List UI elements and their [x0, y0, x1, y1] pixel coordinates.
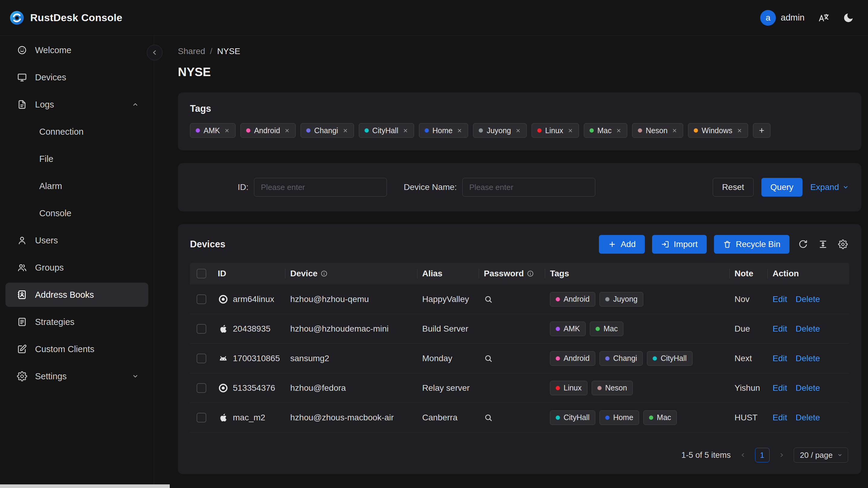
edit-link[interactable]: Edit: [773, 354, 787, 363]
query-button[interactable]: Query: [762, 178, 803, 196]
add-device-button[interactable]: Add: [599, 235, 645, 254]
delete-link[interactable]: Delete: [796, 383, 820, 393]
top-header: RustDesk Console a admin: [0, 0, 868, 36]
sidebar-item-label: Custom Clients: [35, 344, 95, 354]
devices-card: Devices Add Import: [178, 224, 861, 474]
device-row: 1700310865 sansumg2 Monday Android Chang…: [190, 344, 849, 373]
breadcrumb-shared[interactable]: Shared: [178, 47, 205, 56]
tag-chip-juyong: Juyong: [473, 123, 527, 138]
info-icon[interactable]: [320, 270, 328, 277]
sidebar-item-custom-clients[interactable]: Custom Clients: [5, 337, 148, 361]
row-checkbox[interactable]: [196, 354, 206, 363]
column-header-action: Action: [773, 269, 799, 278]
delete-link[interactable]: Delete: [796, 354, 820, 363]
tag-label: Android: [564, 295, 590, 304]
tag-color-dot: [556, 327, 560, 331]
view-password-icon[interactable]: [484, 295, 493, 304]
column-header-alias: Alias: [422, 269, 442, 278]
edit-link[interactable]: Edit: [773, 324, 787, 334]
sidebar-item-address-books[interactable]: Address Books: [5, 283, 148, 307]
remove-tag-icon[interactable]: [672, 128, 677, 133]
import-button[interactable]: Import: [652, 235, 707, 254]
sidebar-item-connection[interactable]: Connection: [5, 120, 148, 144]
row-checkbox[interactable]: [196, 295, 206, 304]
tag-label: CityHall: [660, 354, 686, 363]
remove-tag-icon[interactable]: [616, 128, 622, 133]
page-title: NYSE: [178, 65, 861, 80]
filter-actions: Reset Query Expand: [713, 178, 849, 196]
page-size-select[interactable]: 20 / page: [794, 448, 848, 463]
sidebar-item-devices[interactable]: Devices: [5, 65, 148, 89]
sidebar-item-logs[interactable]: Logs: [5, 92, 148, 117]
users-group-icon: [17, 263, 27, 273]
page-number-1[interactable]: 1: [755, 448, 770, 462]
prev-page-icon[interactable]: [737, 449, 749, 461]
tag-chip: Android: [550, 351, 595, 366]
edit-link[interactable]: Edit: [773, 295, 787, 304]
sidebar-item-settings[interactable]: Settings: [5, 364, 148, 388]
tag-chip-android: Android: [240, 123, 296, 138]
tag-label: Juyong: [613, 295, 638, 304]
info-icon[interactable]: [527, 270, 534, 277]
device-name-filter-input[interactable]: [462, 178, 595, 196]
sidebar-collapse-button[interactable]: [147, 45, 162, 60]
sidebar-item-welcome[interactable]: Welcome: [5, 38, 148, 62]
sidebar-item-strategies[interactable]: Strategies: [5, 310, 148, 334]
tag-chip: CityHall: [647, 351, 692, 366]
tag-color-dot: [694, 128, 698, 132]
tag-color-dot: [638, 128, 642, 132]
reset-button[interactable]: Reset: [713, 178, 753, 196]
remove-tag-icon[interactable]: [284, 128, 290, 133]
sidebar-item-file[interactable]: File: [5, 147, 148, 171]
chevron-down-icon: [837, 452, 843, 458]
edit-link[interactable]: Edit: [773, 383, 787, 393]
column-height-icon[interactable]: [817, 238, 829, 251]
tag-color-dot: [306, 128, 310, 132]
remove-tag-icon[interactable]: [515, 128, 521, 133]
avatar[interactable]: a: [760, 10, 776, 26]
tag-label: Windows: [702, 126, 732, 135]
user-menu[interactable]: a admin: [760, 10, 805, 26]
delete-link[interactable]: Delete: [796, 413, 820, 423]
remove-tag-icon[interactable]: [457, 128, 462, 133]
refresh-icon[interactable]: [797, 238, 809, 251]
tag-label: Mac: [657, 413, 671, 422]
tag-label: Linux: [545, 126, 563, 135]
device-name: hzhou@fedora: [290, 383, 346, 393]
horizontal-scrollbar[interactable]: [0, 484, 170, 488]
tag-label: AMK: [204, 126, 220, 135]
tags-card-title: Tags: [190, 103, 849, 114]
remove-tag-icon[interactable]: [224, 128, 230, 133]
remove-tag-icon[interactable]: [342, 128, 348, 133]
view-password-icon[interactable]: [484, 354, 493, 363]
sidebar-item-groups[interactable]: Groups: [5, 255, 148, 280]
expand-toggle[interactable]: Expand: [810, 182, 849, 192]
remove-tag-icon[interactable]: [403, 128, 408, 133]
delete-link[interactable]: Delete: [796, 295, 820, 304]
next-page-icon[interactable]: [776, 449, 788, 461]
language-translate-icon[interactable]: [818, 12, 829, 24]
table-settings-gear-icon[interactable]: [837, 238, 849, 251]
tag-color-dot: [556, 297, 560, 301]
id-filter-input[interactable]: [254, 178, 387, 196]
delete-link[interactable]: Delete: [796, 324, 820, 334]
remove-tag-icon[interactable]: [567, 128, 573, 133]
row-checkbox[interactable]: [196, 413, 206, 423]
user-icon: [17, 235, 27, 245]
row-checkbox[interactable]: [196, 383, 206, 393]
tag-chip-cityhall: CityHall: [359, 123, 414, 138]
add-tag-button[interactable]: [753, 123, 770, 138]
sidebar-item-alarm[interactable]: Alarm: [5, 174, 148, 198]
tag-chip: Neson: [592, 381, 633, 395]
sidebar-item-users[interactable]: Users: [5, 228, 148, 252]
edit-link[interactable]: Edit: [773, 413, 787, 423]
tag-color-dot: [537, 128, 541, 132]
breadcrumb: Shared / NYSE: [178, 46, 861, 57]
view-password-icon[interactable]: [484, 413, 493, 422]
recycle-bin-button[interactable]: Recycle Bin: [714, 235, 789, 254]
select-all-checkbox[interactable]: [196, 269, 206, 278]
sidebar-item-console[interactable]: Console: [5, 201, 148, 225]
row-checkbox[interactable]: [196, 324, 206, 334]
theme-toggle-moon-icon[interactable]: [843, 12, 854, 24]
remove-tag-icon[interactable]: [737, 128, 742, 133]
